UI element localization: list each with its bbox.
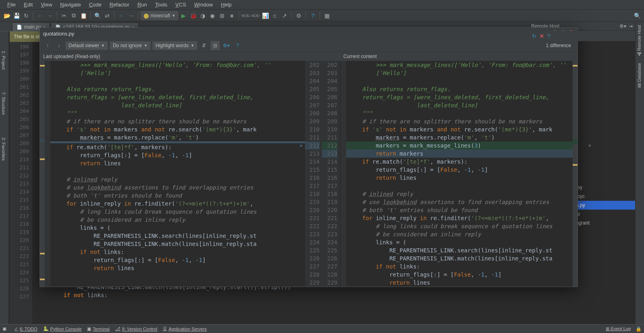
remote-refresh-icon[interactable]: ↻ bbox=[532, 33, 536, 39]
open-icon[interactable]: 📂 bbox=[2, 11, 11, 20]
sync-scroll-icon[interactable]: ⊟ bbox=[211, 41, 220, 50]
undo-icon[interactable]: ← bbox=[36, 11, 45, 20]
forward-icon[interactable]: → bbox=[127, 11, 135, 20]
search-everywhere-icon[interactable]: 🔍 bbox=[633, 11, 642, 20]
diff-mid-gutters: 202203204205206207208209210211»212213214… bbox=[305, 61, 341, 287]
statusbar-terminal[interactable]: ▣Terminal bbox=[87, 326, 110, 331]
back-icon[interactable]: ← bbox=[117, 11, 126, 20]
menu-help[interactable]: Help bbox=[217, 1, 236, 8]
sync-icon[interactable]: ↻ bbox=[22, 11, 31, 20]
diff-help-icon[interactable]: ? bbox=[233, 41, 242, 50]
menu-run[interactable]: Run bbox=[133, 1, 151, 8]
hide-icon[interactable]: ⇥ bbox=[629, 23, 633, 29]
code-line: # long links could break sequence of quo… bbox=[346, 222, 573, 230]
ignore-dropdown[interactable]: Do not ignore▼ bbox=[110, 42, 150, 50]
run-config-dropdown[interactable]: ⬤ minecraft ▼ bbox=[141, 11, 178, 20]
save-icon[interactable]: 💾 bbox=[12, 11, 21, 20]
code-line bbox=[50, 167, 305, 175]
remote-help-icon[interactable]: ? bbox=[547, 33, 550, 39]
code-line: if not links: bbox=[50, 248, 305, 256]
code-line: RE_PARENTHESIS_LINK.search(lines[inline_… bbox=[50, 232, 305, 240]
code-line: # if there are no splitter there should … bbox=[346, 117, 573, 125]
code-line: for inline_reply in re.finditer('(?<=m)e… bbox=[50, 200, 305, 208]
right-tab-database[interactable]: 🗄 Database bbox=[636, 60, 643, 91]
collapse-icon[interactable]: ⇵ bbox=[199, 41, 208, 50]
ext-icon[interactable]: ▦ bbox=[322, 11, 331, 20]
left-tab-2--favorites[interactable]: 2: Favorites bbox=[0, 134, 7, 164]
statusbar-6--todo[interactable]: ✓6: TODO bbox=[15, 326, 37, 331]
menu-navigate[interactable]: Navigate bbox=[56, 1, 85, 8]
vcs-revert-icon[interactable]: ⎌ bbox=[270, 11, 279, 20]
diff-toolbar: ↑ ↓ Default viewer▼ Do not ignore▼ Highl… bbox=[40, 39, 578, 52]
menu-refactor[interactable]: Refactor bbox=[106, 1, 133, 8]
highlight-dropdown[interactable]: Highlight words▼ bbox=[153, 42, 197, 50]
code-line: last_deleted_line] bbox=[346, 101, 573, 109]
statusbar-python-console[interactable]: 🐍Python Console bbox=[43, 326, 82, 331]
profile-icon[interactable]: ◉ bbox=[208, 11, 217, 20]
code-line: RE_PARENTHESIS_LINK.search(lines[inline_… bbox=[346, 246, 573, 254]
menu-tools[interactable]: Tools bbox=[151, 1, 171, 8]
viewer-dropdown[interactable]: Default viewer▼ bbox=[66, 42, 108, 50]
gear-icon[interactable]: ⚙▾ bbox=[619, 23, 626, 29]
next-diff-icon[interactable]: ↓ bbox=[54, 41, 63, 50]
tool-window-toggle-icon[interactable]: ▣ bbox=[2, 326, 6, 331]
code-line: links = ( bbox=[346, 238, 573, 246]
replace-icon[interactable]: ⇄ bbox=[103, 11, 112, 20]
help-icon[interactable]: ? bbox=[308, 11, 317, 20]
statusbar-application-servers[interactable]: ☰Application Servers bbox=[163, 326, 207, 331]
vcs-update-icon[interactable]: VCS↓ bbox=[241, 11, 250, 20]
right-tool-tabs: 🖧 Remote Host🗄 Database bbox=[635, 22, 644, 324]
right-tab-remote-host[interactable]: 🖧 Remote Host bbox=[636, 22, 643, 60]
concurrency-icon[interactable]: ⊞ bbox=[218, 11, 226, 20]
run-icon[interactable]: ▶ bbox=[179, 11, 188, 20]
menu-file[interactable]: File bbox=[3, 1, 20, 8]
main-toolbar: 📂 💾 ↻ ← → ✂ ⧉ 📋 🔍 ⇄ ← → ⬤ minecraft ▼ ▶ … bbox=[0, 10, 644, 22]
code-line: return_flags = [were_lines_deleted, firs… bbox=[50, 93, 305, 101]
diff-left-code[interactable]: >>> mark_message_lines(['Hello', 'From: … bbox=[50, 61, 305, 287]
code-line: # long links could break sequence of quo… bbox=[50, 208, 305, 216]
settings-icon[interactable]: ⚙ bbox=[294, 11, 303, 20]
menu-window[interactable]: Window bbox=[190, 1, 217, 8]
diff-window: quotations.py ↑ ↓ Default viewer▼ Do not… bbox=[39, 27, 578, 287]
bg-gutter: 1961971981992002012022032042052062072082… bbox=[10, 42, 32, 324]
find-icon[interactable]: 🔍 bbox=[93, 11, 102, 20]
statusbar-9--version-control[interactable]: ⎇9: Version Control bbox=[115, 326, 157, 331]
code-line: # inlined reply bbox=[346, 190, 573, 198]
left-tab-7--structure[interactable]: 7: Structure bbox=[0, 89, 7, 118]
left-tab-1--project[interactable]: 1: Project bbox=[0, 48, 7, 73]
lock-icon[interactable]: 🔒 bbox=[636, 326, 642, 332]
code-line: markers = markers.replace('m', 't') bbox=[346, 133, 573, 142]
prev-diff-icon[interactable]: ↑ bbox=[43, 41, 52, 50]
vcs-history-icon[interactable]: 📊 bbox=[261, 11, 270, 20]
code-line: return_flags = [were_lines_deleted, firs… bbox=[346, 93, 573, 101]
menu-view[interactable]: View bbox=[37, 1, 56, 8]
chevron-down-icon: ▼ bbox=[172, 14, 175, 18]
event-log[interactable]: ⊞ Event Log bbox=[606, 326, 631, 331]
code-line: return lines bbox=[50, 264, 305, 272]
code-line: # inlined reply bbox=[50, 175, 305, 183]
vcs-push-icon[interactable]: ↗ bbox=[280, 11, 289, 20]
paste-icon[interactable]: 📋 bbox=[79, 11, 88, 20]
redo-icon[interactable]: → bbox=[46, 11, 54, 20]
stop-icon[interactable]: ■ bbox=[227, 11, 236, 20]
code-line: RE_PARENTHESIS_LINK.match(lines[inline_r… bbox=[50, 240, 305, 248]
vcs-commit-icon[interactable]: VCS↑ bbox=[251, 11, 260, 20]
code-line: # be considered an inline reply bbox=[346, 230, 573, 238]
code-line: links = ( bbox=[50, 224, 305, 232]
menu-vcs[interactable]: VCS bbox=[171, 1, 190, 8]
menu-code[interactable]: Code bbox=[85, 1, 106, 8]
cut-icon[interactable]: ✂ bbox=[60, 11, 69, 20]
coverage-icon[interactable]: ◑ bbox=[198, 11, 207, 20]
settings-gear-icon[interactable]: ⚙▾ bbox=[222, 41, 231, 50]
python-icon: ⬤ bbox=[143, 13, 149, 19]
remote-close-icon[interactable]: ✕ bbox=[540, 33, 544, 39]
menu-edit[interactable]: Edit bbox=[20, 1, 37, 8]
copy-icon[interactable]: ⧉ bbox=[69, 11, 78, 20]
diff-right-code[interactable]: >>> mark_message_lines(['Hello', 'From: … bbox=[346, 61, 573, 287]
code-line bbox=[346, 182, 573, 190]
code-line: for inline_reply in re.finditer('(?<=m)e… bbox=[346, 214, 573, 222]
remote-toolbar: ↻ ✕ ? bbox=[529, 31, 635, 41]
code-line: return_flags[:] = [False, -1, -1] bbox=[50, 256, 305, 264]
debug-icon[interactable]: 🐞 bbox=[189, 11, 197, 20]
diff-body: >>> mark_message_lines(['Hello', 'From: … bbox=[40, 61, 578, 287]
